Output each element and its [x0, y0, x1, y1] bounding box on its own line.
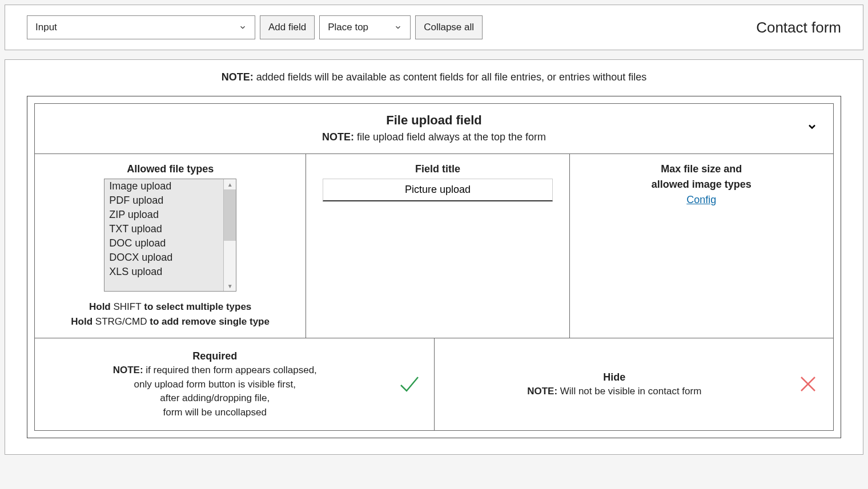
add-field-button[interactable]: Add field	[260, 15, 315, 39]
page-title: Contact form	[756, 19, 841, 37]
field-type-value: Input	[35, 22, 57, 33]
hide-title: Hide	[446, 370, 783, 385]
list-item[interactable]: DOCX upload	[105, 250, 223, 265]
required-section: Required NOTE: if required then form app…	[35, 338, 435, 430]
chevron-down-icon	[394, 23, 402, 31]
check-icon	[395, 370, 423, 398]
config-label-2: allowed image types	[581, 179, 822, 191]
config-label-1: Max file size and	[581, 163, 822, 175]
field-title-column: Field title	[306, 154, 569, 338]
config-link[interactable]: Config	[686, 194, 716, 205]
multiselect-hint: Hold SHIFT to select multiple types Hold…	[46, 300, 294, 329]
place-value: Place top	[328, 22, 368, 33]
scrollbar[interactable]: ▲ ▼	[223, 179, 236, 291]
card-subnote: NOTE: file upload field always at the to…	[69, 131, 799, 143]
required-toggle[interactable]	[395, 370, 423, 398]
collapse-all-button[interactable]: Collapse all	[415, 15, 483, 39]
place-select[interactable]: Place top	[319, 15, 411, 39]
list-item[interactable]: PDF upload	[105, 193, 223, 208]
required-note: NOTE: if required then form appears coll…	[46, 363, 384, 378]
card-header: File upload field NOTE: file upload fiel…	[35, 104, 833, 154]
list-item[interactable]: TXT upload	[105, 222, 223, 236]
card-title: File upload field	[69, 113, 799, 128]
list-item[interactable]: ZIP upload	[105, 208, 223, 222]
field-editor: File upload field NOTE: file upload fiel…	[27, 96, 841, 438]
config-column: Max file size and allowed image types Co…	[570, 154, 833, 338]
allowed-types-listbox[interactable]: Image upload PDF upload ZIP upload TXT u…	[104, 179, 236, 292]
allowed-types-label: Allowed file types	[46, 163, 294, 175]
list-item[interactable]: XLS upload	[105, 265, 223, 279]
scroll-down-icon[interactable]: ▼	[224, 281, 236, 291]
scroll-thumb[interactable]	[224, 189, 236, 241]
collapse-card-button[interactable]	[803, 121, 821, 132]
allowed-types-column: Allowed file types Image upload PDF uplo…	[35, 154, 306, 338]
field-title-input[interactable]	[323, 179, 553, 201]
main-panel: NOTE: added fields will be available as …	[5, 59, 863, 455]
field-type-select[interactable]: Input	[27, 15, 255, 39]
chevron-down-icon	[239, 23, 247, 31]
file-upload-card: File upload field NOTE: file upload fiel…	[34, 103, 834, 431]
hide-section: Hide NOTE: Will not be visible in contac…	[435, 338, 834, 430]
field-title-label: Field title	[318, 163, 557, 175]
scroll-up-icon[interactable]: ▲	[224, 179, 236, 189]
close-icon	[794, 370, 822, 398]
list-item[interactable]: Image upload	[105, 179, 223, 193]
list-item[interactable]: DOC upload	[105, 236, 223, 250]
hide-toggle[interactable]	[794, 370, 822, 398]
main-note: NOTE: added fields will be available as …	[27, 71, 841, 83]
listbox-items: Image upload PDF upload ZIP upload TXT u…	[105, 179, 223, 291]
toolbar-panel: Input Add field Place top Collapse all C…	[5, 5, 863, 50]
required-title: Required	[46, 349, 384, 363]
hide-note: NOTE: Will not be visible in contact for…	[446, 385, 783, 399]
